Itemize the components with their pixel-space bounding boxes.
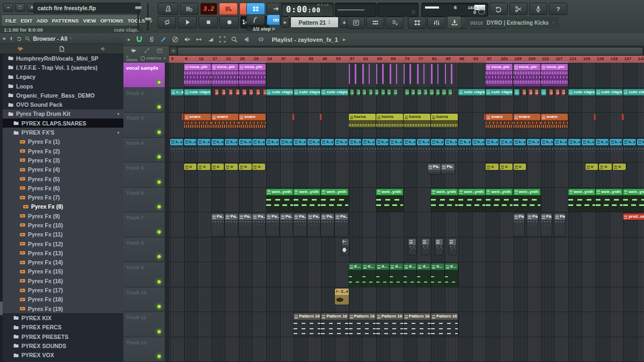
playlist-lane[interactable]: weir..ynthweir..ynthweir..ynthweir..ynth… — [169, 188, 644, 213]
undo-button[interactable] — [489, 3, 508, 15]
menu-options[interactable]: OPTIONS — [100, 18, 123, 24]
clip-menu-icon[interactable] — [394, 90, 397, 94]
browser-item-ovo-sound-pack[interactable]: OVO Sound Pack — [0, 100, 123, 109]
clip-horns[interactable]: horns — [431, 114, 458, 128]
clip-snare[interactable]: snare — [514, 114, 540, 129]
clip-cute-claps[interactable]: cute claps — [596, 89, 623, 95]
clip-k-s[interactable]: k..s — [458, 139, 471, 145]
track-mute-led[interactable] — [157, 254, 162, 259]
clip[interactable] — [445, 64, 447, 84]
clip-menu-icon[interactable] — [216, 90, 218, 94]
clip-cute-claps[interactable]: cute claps — [266, 89, 293, 95]
stop-button[interactable] — [199, 16, 218, 28]
clip-menu-icon[interactable] — [237, 90, 239, 94]
playlist-lane[interactable]: ⊢Z..4 — [169, 287, 644, 313]
clip-voca-ple[interactable]: voca..ple — [239, 64, 266, 86]
clip-menu-icon[interactable] — [528, 215, 531, 219]
clip-k-s[interactable]: k..s — [404, 139, 416, 145]
browser-item-pyrex-fx-3[interactable]: Pyrex Fx (3) — [0, 156, 123, 165]
clip-menu-icon[interactable] — [185, 115, 188, 119]
clip-snare[interactable]: snare — [541, 114, 568, 129]
clip-weir-ynth[interactable]: weir..ynth — [321, 189, 348, 211]
browser-item-pyrex-fx-5[interactable]: Pyrex Fx (5) — [0, 174, 123, 183]
clip-menu-icon[interactable] — [370, 90, 372, 94]
clip-k-s[interactable]: k..s — [500, 139, 513, 145]
clip[interactable] — [381, 89, 385, 95]
clip-o[interactable]: o — [486, 164, 499, 170]
toggle-playlist-button[interactable] — [347, 17, 365, 29]
clip-menu-icon[interactable] — [351, 90, 354, 94]
clip-k-s[interactable]: k..s — [239, 139, 252, 145]
master-volume-slider[interactable] — [134, 3, 142, 31]
track-mute-led[interactable] — [157, 230, 162, 234]
multilink-button[interactable] — [246, 3, 265, 15]
clip[interactable] — [215, 89, 218, 95]
clip-menu-icon[interactable] — [405, 315, 408, 319]
clip-weir-ynth[interactable]: weir..ynth — [486, 189, 513, 211]
track-mute-led[interactable] — [157, 154, 162, 159]
clip-pa[interactable]: Pa.. — [211, 213, 224, 236]
browser-up-icon[interactable] — [9, 36, 14, 41]
clip-menu-icon[interactable] — [425, 90, 427, 94]
clip-menu-icon[interactable] — [542, 215, 545, 219]
pattern-selector[interactable]: Pattern 21 ▲▼ — [290, 17, 339, 28]
clip-menu-icon[interactable] — [240, 140, 243, 144]
playlist-hscrollbar[interactable]: < — [169, 46, 644, 56]
track-mute-led[interactable] — [157, 180, 162, 184]
clip-menu-icon[interactable] — [450, 240, 453, 243]
wait-for-input-button[interactable] — [180, 3, 199, 15]
clip-menu-icon[interactable] — [515, 65, 518, 69]
clip-c-s[interactable]: c..s — [171, 89, 183, 95]
clip[interactable] — [411, 89, 415, 95]
clip-menu-icon[interactable] — [557, 90, 559, 94]
clip-menu-icon[interactable] — [449, 90, 452, 94]
browser-item-loops[interactable]: Loops — [0, 82, 123, 91]
clip-o[interactable]: o — [599, 164, 612, 170]
clip-menu-icon[interactable] — [473, 140, 477, 144]
clip[interactable] — [436, 89, 440, 95]
clip[interactable] — [170, 147, 644, 160]
audio-tab-icon[interactable] — [129, 48, 138, 54]
clip-menu-icon[interactable] — [309, 215, 312, 219]
clip[interactable] — [292, 114, 294, 120]
clip-k-s[interactable]: k..s — [514, 139, 526, 145]
clip-menu-icon[interactable] — [213, 215, 216, 219]
clip-k-s[interactable]: k..s — [362, 139, 375, 145]
clip-cute-claps[interactable]: cute claps — [321, 89, 348, 95]
clip-k-s[interactable]: k..s — [610, 139, 623, 145]
clip-snare[interactable]: snare — [211, 114, 238, 129]
clip-menu-icon[interactable] — [418, 90, 421, 94]
track-header-track-11[interactable]: Track 11 — [123, 312, 165, 337]
clip-menu-icon[interactable] — [446, 140, 449, 144]
browser-item-humphreyrnbvocals-mini-sp[interactable]: HumphreyRnBVocals_Mini_SP — [0, 54, 123, 63]
clip-k-s[interactable]: k..s — [486, 139, 499, 145]
clip-d[interactable]: d... — [445, 263, 458, 287]
clip-menu-icon[interactable] — [253, 165, 257, 169]
clip-k-s[interactable]: k..s — [280, 139, 293, 145]
clip-menu-icon[interactable] — [281, 215, 284, 219]
clip-menu-icon[interactable] — [597, 90, 600, 94]
clip-menu-icon[interactable] — [267, 190, 270, 194]
clip[interactable]: ⊢ — [342, 239, 349, 255]
clip-weir-ynth[interactable]: weir..ynth — [623, 189, 644, 211]
clip-menu-icon[interactable] — [322, 190, 325, 194]
clip-menu-icon[interactable] — [226, 140, 229, 144]
clip-menu-icon[interactable] — [405, 140, 408, 144]
clip-menu-icon[interactable] — [377, 140, 380, 144]
clip-menu-icon[interactable] — [418, 265, 421, 269]
browser-item-pyrex-fx-10[interactable]: Pyrex Fx (10) — [0, 220, 123, 230]
clip[interactable] — [449, 239, 456, 255]
clip-k-s[interactable]: k..s — [582, 139, 595, 145]
track-header-track-7[interactable]: Track 7 — [123, 212, 165, 238]
playlist-lane[interactable]: c..scute clapscute clapscute clapscute c… — [169, 88, 644, 113]
clip-menu-icon[interactable] — [611, 140, 614, 144]
clip-menu-icon[interactable] — [377, 315, 380, 319]
clip-menu-icon[interactable] — [515, 90, 518, 94]
clip-horns[interactable]: horns — [376, 114, 403, 128]
clip-menu-icon[interactable] — [377, 115, 380, 119]
master-pitch-slider[interactable] — [144, 3, 151, 31]
clip-cute-claps[interactable]: cute claps — [568, 89, 595, 95]
clip-menu-icon[interactable] — [624, 215, 627, 219]
clip-menu-icon[interactable] — [562, 90, 565, 94]
record-button[interactable] — [219, 16, 239, 28]
